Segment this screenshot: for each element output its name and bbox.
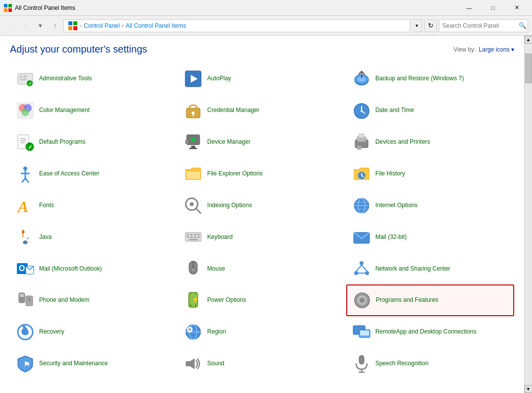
svg-rect-10 <box>24 75 27 78</box>
svg-rect-66 <box>187 234 189 235</box>
item-icon <box>352 69 372 89</box>
item-internet-options[interactable]: Internet Options <box>346 190 514 222</box>
item-label: Devices and Printers <box>375 138 430 146</box>
maximize-button[interactable]: □ <box>481 0 504 16</box>
item-programs-and-features[interactable]: Programs and Features <box>346 284 514 316</box>
svg-rect-89 <box>20 294 24 297</box>
item-icon <box>183 354 203 374</box>
item-icon <box>15 322 35 342</box>
item-java[interactable]: Java <box>10 221 178 253</box>
item-ease-of-access-center[interactable]: Ease of Access Center <box>10 158 178 190</box>
item-label: File Explorer Options <box>207 170 263 178</box>
svg-line-86 <box>362 265 367 271</box>
svg-point-59 <box>190 202 194 206</box>
view-by-label: View by: <box>453 46 476 53</box>
search-box[interactable]: 🔍 <box>439 19 528 32</box>
svg-rect-69 <box>197 234 200 235</box>
svg-rect-41 <box>189 148 197 149</box>
item-color-management[interactable]: Color Management <box>10 95 178 126</box>
svg-text:O: O <box>19 264 25 273</box>
svg-point-23 <box>21 108 29 116</box>
item-mail-32-bit[interactable]: Mail (32-bit) <box>346 221 514 253</box>
item-label: Recovery <box>39 328 64 336</box>
scrollbar-track[interactable] <box>525 44 532 385</box>
item-label: Phone and Modem <box>39 296 89 304</box>
item-recovery[interactable]: Recovery <box>10 316 178 348</box>
item-label: Security and Maintenance <box>39 360 108 368</box>
recent-locations-button[interactable]: ▾ <box>34 19 47 32</box>
item-icon <box>15 164 35 184</box>
item-icon <box>352 196 372 216</box>
content-area: Adjust your computer's settings View by:… <box>0 36 524 393</box>
item-date-and-time[interactable]: Date and Time <box>346 95 514 126</box>
svg-rect-1 <box>8 4 12 7</box>
item-speech-recognition[interactable]: Speech Recognition <box>346 348 514 380</box>
item-icon <box>352 259 372 279</box>
view-by-dropdown[interactable]: Large icons ▾ <box>479 46 514 53</box>
search-input[interactable] <box>442 22 517 29</box>
scroll-up-button[interactable]: ▲ <box>525 36 532 44</box>
scrollbar-thumb[interactable] <box>525 54 532 83</box>
item-label: Default Programs <box>39 138 85 146</box>
svg-rect-68 <box>194 234 196 235</box>
item-sound[interactable]: Sound <box>178 348 346 380</box>
item-mouse[interactable]: Mouse <box>178 253 346 284</box>
item-power-options[interactable]: ⚡Power Options <box>178 284 346 316</box>
forward-button[interactable]: › <box>19 19 32 32</box>
item-autoplay[interactable]: AutoPlay <box>178 63 346 95</box>
svg-rect-6 <box>68 26 72 30</box>
svg-rect-45 <box>357 146 361 150</box>
page-title: Adjust your computer's settings <box>10 44 147 55</box>
minimize-button[interactable]: — <box>458 0 480 16</box>
svg-rect-46 <box>359 134 364 138</box>
item-devices-and-printers[interactable]: Devices and Printers <box>346 126 514 158</box>
item-icon: ✓ <box>15 132 35 152</box>
item-icon <box>352 132 372 152</box>
back-button[interactable]: ‹ <box>4 19 17 32</box>
refresh-button[interactable]: ↻ <box>424 19 437 32</box>
svg-rect-122 <box>359 355 364 364</box>
svg-text:✓: ✓ <box>28 81 32 86</box>
svg-rect-93 <box>22 300 23 301</box>
item-network-and-sharing-center[interactable]: Network and Sharing Center <box>346 253 514 284</box>
item-file-history[interactable]: File History <box>346 158 514 190</box>
svg-rect-2 <box>4 8 7 12</box>
item-icon: A <box>15 196 35 216</box>
item-label: Network and Sharing Center <box>375 265 450 273</box>
item-keyboard[interactable]: Keyboard <box>178 221 346 253</box>
breadcrumb-all-items[interactable]: All Control Panel Items <box>126 22 186 29</box>
up-button[interactable]: ↑ <box>49 19 61 32</box>
item-icon <box>15 290 35 310</box>
item-backup-and-restore-windows-7[interactable]: Backup and Restore (Windows 7) <box>346 63 514 95</box>
svg-marker-121 <box>190 358 195 369</box>
breadcrumb-control-panel[interactable]: Control Panel <box>84 22 120 29</box>
page-header: Adjust your computer's settings View by:… <box>10 44 514 55</box>
item-label: Internet Options <box>375 202 418 210</box>
svg-rect-5 <box>73 21 77 25</box>
svg-line-58 <box>196 209 201 213</box>
scrollbar: ▲ ▼ <box>524 36 532 393</box>
scroll-down-button[interactable]: ▼ <box>525 385 532 393</box>
svg-rect-90 <box>20 298 21 299</box>
item-phone-and-modem[interactable]: Phone and Modem <box>10 284 178 316</box>
item-mail-microsoft-outlook[interactable]: OMail (Microsoft Outlook) <box>10 253 178 284</box>
item-fonts[interactable]: AFonts <box>10 190 178 222</box>
item-icon <box>183 227 203 247</box>
item-file-explorer-options[interactable]: File Explorer Options <box>178 158 346 190</box>
item-icon <box>15 101 35 120</box>
item-credential-manager[interactable]: Credential Manager <box>178 95 346 126</box>
svg-rect-0 <box>4 4 7 7</box>
item-default-programs[interactable]: ✓Default Programs <box>10 126 178 158</box>
address-bar: ‹ › ▾ ↑ › Control Panel › All Control Pa… <box>0 16 532 36</box>
item-security-and-maintenance[interactable]: ⚑Security and Maintenance <box>10 348 178 380</box>
item-label: Region <box>207 328 226 336</box>
item-device-manager[interactable]: Device Manager <box>178 126 346 158</box>
item-indexing-options[interactable]: Indexing Options <box>178 190 346 222</box>
svg-rect-120 <box>186 361 190 366</box>
address-dropdown-button[interactable]: ▾ <box>412 19 422 32</box>
item-remoteapp-and-desktop-connections[interactable]: RemoteApp and Desktop Connections <box>346 316 514 348</box>
item-region[interactable]: Region <box>178 316 346 348</box>
close-button[interactable]: ✕ <box>505 0 528 16</box>
breadcrumb-separator: › <box>80 22 82 29</box>
item-administrative-tools[interactable]: ✓Administrative Tools <box>10 63 178 95</box>
